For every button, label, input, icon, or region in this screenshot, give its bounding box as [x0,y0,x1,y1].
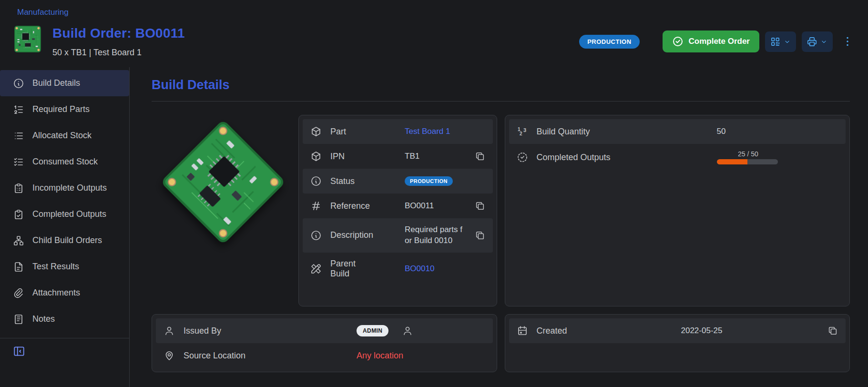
part-link[interactable]: Test Board 1 [405,127,450,136]
description-value: Required parts for Build 0010 [405,224,466,246]
page-body: Build Details Required Parts Allocated S… [0,67,868,387]
print-actions-button[interactable] [802,31,833,52]
hash-icon [310,200,322,212]
sidebar-item-label: Consumed Stock [32,157,98,167]
completed-outputs-progress: 25 / 50 [717,150,780,164]
svg-text:3: 3 [523,127,526,133]
detail-row-description: Description Required parts for Build 001… [303,218,493,253]
issued-by-row: Issued By ADMIN [156,318,493,343]
right-column: 123 Build Quantity 50 Completed Outputs … [505,115,850,372]
created-row: Created 2022-05-25 [509,318,846,343]
map-pin-icon [163,350,175,361]
breadcrumb: Manufacturing [0,0,868,19]
copy-icon [475,230,485,241]
detail-label-description: Description [330,230,396,240]
complete-order-label: Complete Order [689,37,750,46]
header-left: Build Order: BO0011 50 x TB1 | Test Boar… [14,26,185,58]
box-icon [310,151,322,162]
sidebar-item-label: Completed Outputs [32,209,106,219]
sidebar-item-child-build-orders[interactable]: Child Build Orders [0,227,129,254]
issued-by-label: Issued By [184,326,348,336]
build-quantity-label: Build Quantity [537,127,708,137]
chevron-down-icon [783,38,791,46]
sidebar-item-notes[interactable]: Notes [0,306,129,332]
sidebar-item-attachments[interactable]: Attachments [0,280,129,306]
created-value: 2022-05-25 [681,326,723,336]
qrcode-icon [770,36,781,47]
sidebar-item-label: Allocated Stock [32,131,92,141]
owner-user-icon [402,325,413,336]
breadcrumb-manufacturing[interactable]: Manufacturing [17,8,69,17]
collapse-sidebar-button[interactable] [13,345,25,357]
copy-reference-button[interactable] [475,201,485,211]
progress-label: 25 / 50 [717,150,780,158]
sidebar-item-label: Attachments [32,288,80,298]
copy-created-button[interactable] [827,326,838,336]
chevron-down-icon [820,38,828,46]
parent-build-link[interactable]: BO0010 [405,264,434,274]
more-actions-button[interactable] [841,35,854,48]
detail-label-parent-build: Parent Build [330,259,396,279]
sidebar-item-incomplete-outputs[interactable]: Incomplete Outputs [0,175,129,201]
sidebar-item-test-results[interactable]: Test Results [0,254,129,280]
detail-row-parent-build: Parent Build BO0010 [303,253,493,285]
sidebar-item-required-parts[interactable]: Required Parts [0,96,129,122]
source-location-label: Source Location [184,351,348,361]
source-location-value: Any location [357,351,403,361]
barcode-actions-button[interactable] [765,31,796,52]
order-status-badge: PRODUCTION [579,35,639,49]
complete-order-button[interactable]: Complete Order [663,31,759,52]
sidebar-item-completed-outputs[interactable]: Completed Outputs [0,201,129,227]
quantity-card: 123 Build Quantity 50 Completed Outputs … [505,115,850,306]
list-numbers-icon [13,104,24,115]
build-quantity-row: 123 Build Quantity 50 [509,119,846,144]
detail-row-part: Part Test Board 1 [303,119,493,144]
sidebar-footer [0,338,129,359]
detail-label-status: Status [330,176,396,186]
detail-label-part: Part [330,127,396,137]
sitemap-icon [13,235,24,246]
detail-label-reference: Reference [330,201,396,211]
section-title: Build Details [152,78,850,92]
tools-icon [310,263,322,275]
sidebar-collapse-icon [13,345,25,357]
progress-check-icon [517,152,528,163]
completed-outputs-row: Completed Outputs 25 / 50 [509,144,846,171]
completed-outputs-label: Completed Outputs [537,153,708,163]
notes-icon [13,314,24,325]
created-card: Created 2022-05-25 [505,314,850,372]
sidebar-item-build-details[interactable]: Build Details [0,70,129,96]
sidebar-item-allocated-stock[interactable]: Allocated Stock [0,122,129,149]
header-actions: PRODUCTION Complete Order [579,26,854,52]
reference-value: BO0011 [405,201,434,211]
dots-vertical-icon [841,35,854,48]
section-divider [152,101,850,102]
part-image [152,115,295,306]
clipboard-list-icon [13,183,24,194]
build-order-page: Manufacturing Build Order: BO0011 50 x T… [0,0,868,387]
copy-ipn-button[interactable] [475,151,485,162]
sidebar-item-consumed-stock[interactable]: Consumed Stock [0,149,129,175]
info-circle-icon [13,78,24,89]
copy-icon [827,326,838,336]
calendar-icon [517,325,528,336]
clipboard-check-icon [13,209,24,220]
issued-card: Issued By ADMIN Source Location Any loca… [152,314,497,372]
detail-row-status: Status PRODUCTION [303,169,493,194]
list-icon [13,130,24,142]
page-title: Build Order: BO0011 [52,26,185,41]
sidebar-item-label: Child Build Orders [32,235,102,245]
sidebar-item-label: Notes [32,314,55,324]
build-details-content: Part Test Board 1 IPN TB1 [152,115,850,372]
page-header: Build Order: BO0011 50 x TB1 | Test Boar… [0,19,868,67]
copy-description-button[interactable] [475,230,485,241]
list-check-icon [13,156,24,168]
progress-track [717,159,778,164]
detail-label-ipn: IPN [330,152,396,162]
svg-text:2: 2 [520,131,522,136]
sidebar-item-label: Build Details [32,78,80,88]
user-icon [163,325,175,336]
page-subtitle: 50 x TB1 | Test Board 1 [52,48,185,58]
status-badge: PRODUCTION [405,176,453,186]
source-location-row: Source Location Any location [156,343,493,368]
